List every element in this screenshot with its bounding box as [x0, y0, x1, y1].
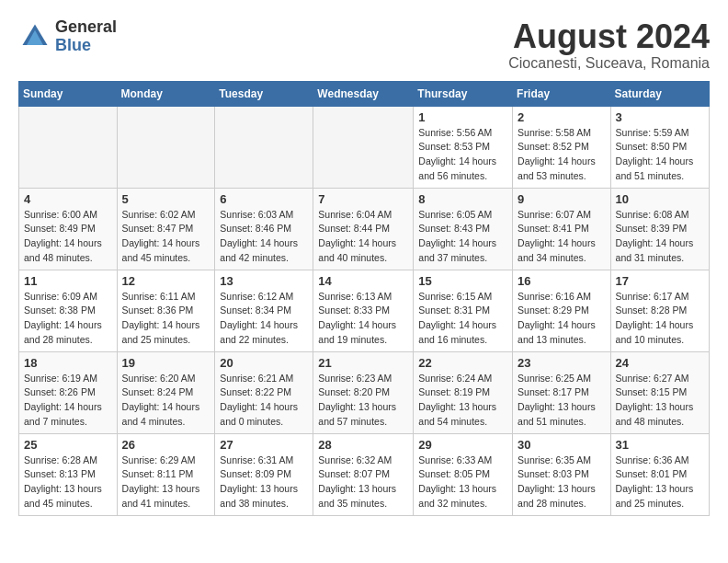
day-number: 3	[616, 110, 704, 124]
day-number: 8	[418, 192, 507, 206]
day-detail: Sunrise: 6:35 AMSunset: 8:03 PMDaylight:…	[518, 454, 606, 511]
day-detail: Sunrise: 5:56 AMSunset: 8:53 PMDaylight:…	[418, 126, 507, 184]
day-header-monday: Monday	[117, 81, 215, 106]
calendar-cell: 17Sunrise: 6:17 AMSunset: 8:28 PMDayligh…	[610, 270, 709, 351]
calendar-cell: 19Sunrise: 6:20 AMSunset: 8:24 PMDayligh…	[117, 351, 215, 433]
calendar-cell: 6Sunrise: 6:03 AMSunset: 8:46 PMDaylight…	[215, 188, 313, 270]
day-number: 22	[418, 356, 507, 370]
calendar-week-row: 18Sunrise: 6:19 AMSunset: 8:26 PMDayligh…	[19, 351, 710, 433]
day-header-tuesday: Tuesday	[215, 81, 313, 106]
logo: General Blue	[18, 18, 117, 55]
day-detail: Sunrise: 6:19 AMSunset: 8:26 PMDaylight:…	[24, 372, 112, 430]
day-detail: Sunrise: 6:08 AMSunset: 8:39 PMDaylight:…	[616, 208, 704, 266]
day-number: 20	[220, 356, 308, 370]
title-area: August 2024 Ciocanesti, Suceava, Romania	[508, 18, 710, 72]
day-number: 23	[518, 356, 606, 370]
calendar-week-row: 25Sunrise: 6:28 AMSunset: 8:13 PMDayligh…	[19, 433, 710, 515]
day-number: 13	[220, 274, 308, 288]
calendar-cell	[215, 106, 313, 188]
calendar-cell: 5Sunrise: 6:02 AMSunset: 8:47 PMDaylight…	[117, 188, 215, 270]
calendar-cell: 21Sunrise: 6:23 AMSunset: 8:20 PMDayligh…	[313, 351, 414, 433]
day-number: 19	[122, 356, 210, 370]
calendar-table: SundayMondayTuesdayWednesdayThursdayFrid…	[18, 81, 710, 516]
day-number: 28	[318, 438, 408, 452]
day-detail: Sunrise: 6:13 AMSunset: 8:33 PMDaylight:…	[318, 290, 408, 348]
calendar-cell: 15Sunrise: 6:15 AMSunset: 8:31 PMDayligh…	[414, 270, 513, 351]
day-number: 17	[616, 274, 704, 288]
calendar-cell: 14Sunrise: 6:13 AMSunset: 8:33 PMDayligh…	[313, 270, 414, 351]
day-header-saturday: Saturday	[610, 81, 709, 106]
day-detail: Sunrise: 6:02 AMSunset: 8:47 PMDaylight:…	[122, 208, 210, 266]
month-title: August 2024	[508, 18, 710, 55]
calendar-cell: 30Sunrise: 6:35 AMSunset: 8:03 PMDayligh…	[513, 433, 611, 515]
location: Ciocanesti, Suceava, Romania	[508, 55, 710, 72]
day-number: 21	[318, 356, 408, 370]
logo-text: General Blue	[55, 18, 117, 55]
calendar-cell: 11Sunrise: 6:09 AMSunset: 8:38 PMDayligh…	[19, 270, 118, 351]
day-detail: Sunrise: 6:31 AMSunset: 8:09 PMDaylight:…	[220, 454, 308, 511]
calendar-cell: 10Sunrise: 6:08 AMSunset: 8:39 PMDayligh…	[610, 188, 709, 270]
day-number: 7	[318, 192, 408, 206]
logo-icon	[18, 20, 51, 53]
day-number: 6	[220, 192, 308, 206]
day-detail: Sunrise: 6:09 AMSunset: 8:38 PMDaylight:…	[24, 290, 112, 348]
logo-general: General	[55, 18, 117, 37]
day-number: 12	[122, 274, 210, 288]
day-number: 9	[518, 192, 606, 206]
calendar-cell: 29Sunrise: 6:33 AMSunset: 8:05 PMDayligh…	[414, 433, 513, 515]
calendar-header-row: SundayMondayTuesdayWednesdayThursdayFrid…	[19, 81, 710, 106]
day-detail: Sunrise: 6:25 AMSunset: 8:17 PMDaylight:…	[518, 372, 606, 430]
day-number: 11	[24, 274, 112, 288]
day-detail: Sunrise: 6:15 AMSunset: 8:31 PMDaylight:…	[418, 290, 507, 348]
day-detail: Sunrise: 6:11 AMSunset: 8:36 PMDaylight:…	[122, 290, 210, 348]
day-detail: Sunrise: 5:58 AMSunset: 8:52 PMDaylight:…	[518, 126, 606, 184]
day-header-thursday: Thursday	[414, 81, 513, 106]
day-number: 5	[122, 192, 210, 206]
calendar-cell: 8Sunrise: 6:05 AMSunset: 8:43 PMDaylight…	[414, 188, 513, 270]
day-detail: Sunrise: 6:24 AMSunset: 8:19 PMDaylight:…	[418, 372, 507, 430]
day-number: 31	[616, 438, 704, 452]
calendar-week-row: 4Sunrise: 6:00 AMSunset: 8:49 PMDaylight…	[19, 188, 710, 270]
day-number: 1	[418, 110, 507, 124]
day-number: 14	[318, 274, 408, 288]
day-detail: Sunrise: 6:12 AMSunset: 8:34 PMDaylight:…	[220, 290, 308, 348]
day-detail: Sunrise: 6:29 AMSunset: 8:11 PMDaylight:…	[122, 454, 210, 511]
logo-blue: Blue	[55, 37, 117, 55]
calendar-cell: 13Sunrise: 6:12 AMSunset: 8:34 PMDayligh…	[215, 270, 313, 351]
calendar-cell: 18Sunrise: 6:19 AMSunset: 8:26 PMDayligh…	[19, 351, 118, 433]
calendar-cell: 4Sunrise: 6:00 AMSunset: 8:49 PMDaylight…	[19, 188, 118, 270]
calendar-cell: 1Sunrise: 5:56 AMSunset: 8:53 PMDaylight…	[414, 106, 513, 188]
calendar-cell: 20Sunrise: 6:21 AMSunset: 8:22 PMDayligh…	[215, 351, 313, 433]
day-detail: Sunrise: 6:28 AMSunset: 8:13 PMDaylight:…	[24, 454, 112, 511]
day-number: 24	[616, 356, 704, 370]
day-number: 27	[220, 438, 308, 452]
day-number: 29	[418, 438, 507, 452]
calendar-cell: 25Sunrise: 6:28 AMSunset: 8:13 PMDayligh…	[19, 433, 118, 515]
day-detail: Sunrise: 6:32 AMSunset: 8:07 PMDaylight:…	[318, 454, 408, 511]
day-detail: Sunrise: 6:04 AMSunset: 8:44 PMDaylight:…	[318, 208, 408, 266]
day-number: 16	[518, 274, 606, 288]
day-header-friday: Friday	[513, 81, 611, 106]
calendar-cell: 31Sunrise: 6:36 AMSunset: 8:01 PMDayligh…	[610, 433, 709, 515]
day-detail: Sunrise: 6:20 AMSunset: 8:24 PMDaylight:…	[122, 372, 210, 430]
day-number: 30	[518, 438, 606, 452]
day-detail: Sunrise: 6:33 AMSunset: 8:05 PMDaylight:…	[418, 454, 507, 511]
day-detail: Sunrise: 5:59 AMSunset: 8:50 PMDaylight:…	[616, 126, 704, 184]
day-header-sunday: Sunday	[19, 81, 118, 106]
day-detail: Sunrise: 6:21 AMSunset: 8:22 PMDaylight:…	[220, 372, 308, 430]
day-detail: Sunrise: 6:07 AMSunset: 8:41 PMDaylight:…	[518, 208, 606, 266]
calendar-cell: 9Sunrise: 6:07 AMSunset: 8:41 PMDaylight…	[513, 188, 611, 270]
day-detail: Sunrise: 6:17 AMSunset: 8:28 PMDaylight:…	[616, 290, 704, 348]
day-number: 15	[418, 274, 507, 288]
calendar-cell: 26Sunrise: 6:29 AMSunset: 8:11 PMDayligh…	[117, 433, 215, 515]
calendar-cell: 12Sunrise: 6:11 AMSunset: 8:36 PMDayligh…	[117, 270, 215, 351]
calendar-week-row: 11Sunrise: 6:09 AMSunset: 8:38 PMDayligh…	[19, 270, 710, 351]
calendar-cell	[117, 106, 215, 188]
day-detail: Sunrise: 6:16 AMSunset: 8:29 PMDaylight:…	[518, 290, 606, 348]
day-detail: Sunrise: 6:03 AMSunset: 8:46 PMDaylight:…	[220, 208, 308, 266]
day-detail: Sunrise: 6:27 AMSunset: 8:15 PMDaylight:…	[616, 372, 704, 430]
calendar-cell: 16Sunrise: 6:16 AMSunset: 8:29 PMDayligh…	[513, 270, 611, 351]
day-number: 10	[616, 192, 704, 206]
calendar-cell: 23Sunrise: 6:25 AMSunset: 8:17 PMDayligh…	[513, 351, 611, 433]
calendar-cell: 24Sunrise: 6:27 AMSunset: 8:15 PMDayligh…	[610, 351, 709, 433]
